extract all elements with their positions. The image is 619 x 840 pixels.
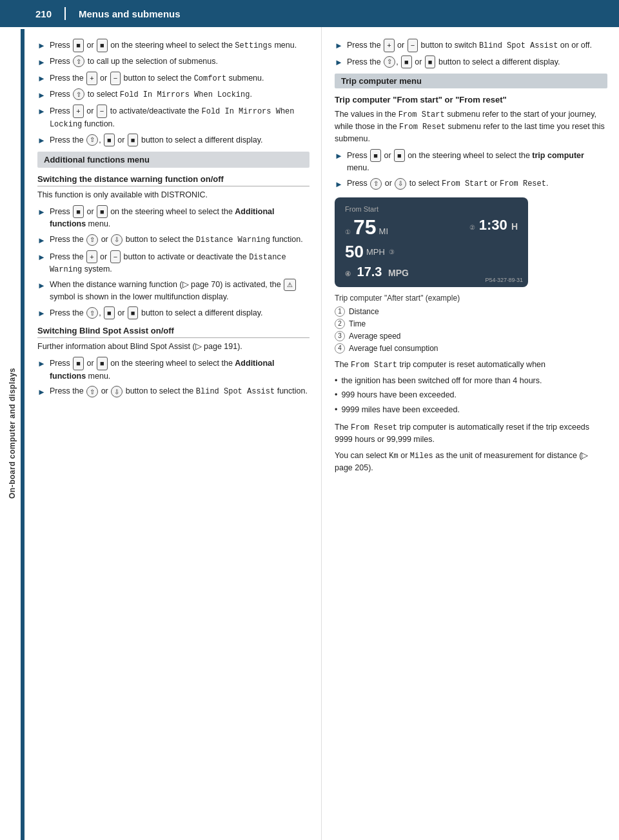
trip-mid-row: 50 MPH ③ xyxy=(345,242,518,262)
subsection-blind-spot-title: Switching Blind Spot Assist on/off xyxy=(37,326,310,338)
trip-caption: Trip computer "After start" (example) xyxy=(335,294,607,303)
unit-selection-text: You can select Km or Miles as the unit o… xyxy=(335,450,607,474)
subsection-distance-intro: This function is only available with DIS… xyxy=(37,189,310,201)
btn-down: ⇩ xyxy=(111,386,123,397)
list-item: ► Press ■ or ■ on the steering wheel to … xyxy=(37,357,310,382)
trip-row1: ① 75 MI xyxy=(345,215,388,239)
section-label: Additional functions menu xyxy=(44,155,150,165)
btn-up: ⇧ xyxy=(86,307,98,319)
header-title: Menus and submenus xyxy=(79,8,181,19)
bullet-arrow: ► xyxy=(37,251,46,264)
bullet-text: Press ■ or ■ on the steering wheel to se… xyxy=(347,149,607,174)
bullet-arrow: ► xyxy=(37,357,46,370)
trip-section-label: Trip computer menu xyxy=(341,76,422,86)
trip-distance-value: 75 xyxy=(353,215,377,239)
trip-intro-text: The values in the From Start submenu ref… xyxy=(335,108,607,145)
blind-spot-intro: Further information about Blind Spot Ass… xyxy=(37,341,310,353)
bullet-text: Press the + or − button to select the Co… xyxy=(50,72,264,85)
btn-settings-right: ■ xyxy=(128,134,139,147)
page-number: 210 xyxy=(35,8,52,19)
label-1: ① xyxy=(345,228,351,235)
top-bullets-right: ► Press the + or − button to switch Blin… xyxy=(335,39,607,68)
legend-item: 3 Average speed xyxy=(335,331,607,341)
legend-label-3: Average speed xyxy=(349,332,401,341)
btn-up: ⇧ xyxy=(73,55,84,67)
btn-minus: − xyxy=(110,250,121,264)
trip-computer-image: From Start ① 75 MI ② 1:30 H 50 MPH xyxy=(335,197,528,287)
bullet-arrow: ► xyxy=(37,386,46,399)
bullet-arrow: ► xyxy=(37,307,46,320)
list-item: ► Press the ⇧, ■ or ■ button to select a… xyxy=(37,134,310,147)
label-4: ④ xyxy=(345,270,351,277)
bullet-text: Press ■ or ■ on the steering wheel to se… xyxy=(50,39,297,52)
bullet-text: Press the ⇧ or ⇩ button to select the Di… xyxy=(50,234,303,246)
btn-minus: − xyxy=(97,105,107,118)
section-trip-computer: Trip computer menu xyxy=(335,74,607,88)
list-item: ► Press the ⇧ or ⇩ button to select the … xyxy=(37,234,310,247)
legend-num-1: 1 xyxy=(335,306,345,317)
bullet-text: Press the + or − button to activate or d… xyxy=(50,250,310,276)
btn-settings-left: ■ xyxy=(73,357,84,370)
reset-condition-1: the ignition has been switched off for m… xyxy=(341,375,542,387)
bullet-arrow: ► xyxy=(37,234,46,247)
btn-settings-right: ■ xyxy=(128,306,139,320)
list-item: ► Press the ⇧ or ⇩ button to select the … xyxy=(37,385,310,399)
list-item: ► Press + or − to activate/deactivate th… xyxy=(37,105,310,130)
bullet-text: Press ⇧ to select Fold In Mirrors When L… xyxy=(50,88,252,101)
bullet-text: When the distance warning function (▷ pa… xyxy=(50,279,310,303)
bullet-dot: • xyxy=(335,389,337,401)
from-reset-text: The From Reset trip computer is automati… xyxy=(335,421,607,446)
btn-up: ⇧ xyxy=(86,234,98,246)
bullet-text: Press ⇧ or ⇩ to select From Start or Fro… xyxy=(347,177,549,190)
list-item: • 9999 miles have been exceeded. xyxy=(335,404,607,416)
reset-conditions-list: • the ignition has been switched off for… xyxy=(335,375,607,416)
btn-down: ⇩ xyxy=(395,178,406,190)
trip-time-value: 1:30 H xyxy=(479,217,518,233)
legend-label-2: Time xyxy=(349,319,366,328)
bullet-dot: • xyxy=(335,404,337,416)
list-item: ► Press the ⇧, ■ or ■ button to select a… xyxy=(37,306,310,320)
bullet-arrow: ► xyxy=(37,206,46,219)
section-additional-functions: Additional functions menu xyxy=(37,152,310,168)
trip-legend: 1 Distance 2 Time 3 Average speed 4 Aver… xyxy=(335,306,607,354)
list-item: • 999 hours have been exceeded. xyxy=(335,389,607,401)
btn-up: ⇧ xyxy=(384,56,395,68)
trip-heading: Trip computer "From start" or "From rese… xyxy=(335,95,607,105)
list-item: ► Press ■ or ■ on the steering wheel to … xyxy=(37,205,310,230)
btn-settings-right: ■ xyxy=(97,357,108,370)
btn-settings-right: ■ xyxy=(394,149,405,163)
btn-up: ⇧ xyxy=(86,386,98,397)
btn-minus: − xyxy=(408,39,418,52)
bullet-text: Press the ⇧, ■ or ■ button to select a d… xyxy=(50,134,263,147)
btn-plus: + xyxy=(86,72,97,85)
bullet-text: Press the ⇧, ■ or ■ button to select a d… xyxy=(50,306,263,320)
warning-symbol-icon: ⚠ xyxy=(284,279,296,291)
bullet-arrow: ► xyxy=(37,72,46,85)
bullet-arrow: ► xyxy=(37,39,46,52)
legend-num-4: 4 xyxy=(335,343,345,354)
bullet-arrow: ► xyxy=(37,279,46,292)
btn-plus: + xyxy=(73,105,83,118)
btn-minus: − xyxy=(110,72,121,85)
legend-label-4: Average fuel consumption xyxy=(349,344,438,353)
list-item: ► Press the + or − button to activate or… xyxy=(37,250,310,276)
trip-speed-value: 50 xyxy=(345,242,364,262)
list-item: ► Press the + or − button to switch Blin… xyxy=(335,39,607,52)
btn-settings-right: ■ xyxy=(425,55,436,69)
btn-up: ⇧ xyxy=(370,178,382,190)
trip-fuel-value: 17.3 xyxy=(357,265,382,279)
trip-speed-unit: MPH xyxy=(366,247,385,257)
trip-distance-unit: MI xyxy=(379,226,388,236)
bullet-text: Press ⇧ to call up the selection of subm… xyxy=(50,55,218,68)
subsection-distance-warning-title: Switching the distance warning function … xyxy=(37,174,310,186)
bullet-text: Press ■ or ■ on the steering wheel to se… xyxy=(50,357,310,382)
bullet-text: Press the ⇧ or ⇩ button to select the Bl… xyxy=(50,385,308,397)
reset-condition-2: 999 hours have been exceeded. xyxy=(341,389,457,401)
btn-settings-left: ■ xyxy=(370,149,381,163)
list-item: ► Press the + or − button to select the … xyxy=(37,72,310,85)
bullet-text: Press + or − to activate/deactivate the … xyxy=(50,105,310,130)
top-bullets-left: ► Press ■ or ■ on the steering wheel to … xyxy=(37,39,310,146)
legend-label-1: Distance xyxy=(349,307,379,316)
left-column: ► Press ■ or ■ on the steering wheel to … xyxy=(25,27,322,840)
bullet-arrow: ► xyxy=(37,105,46,118)
